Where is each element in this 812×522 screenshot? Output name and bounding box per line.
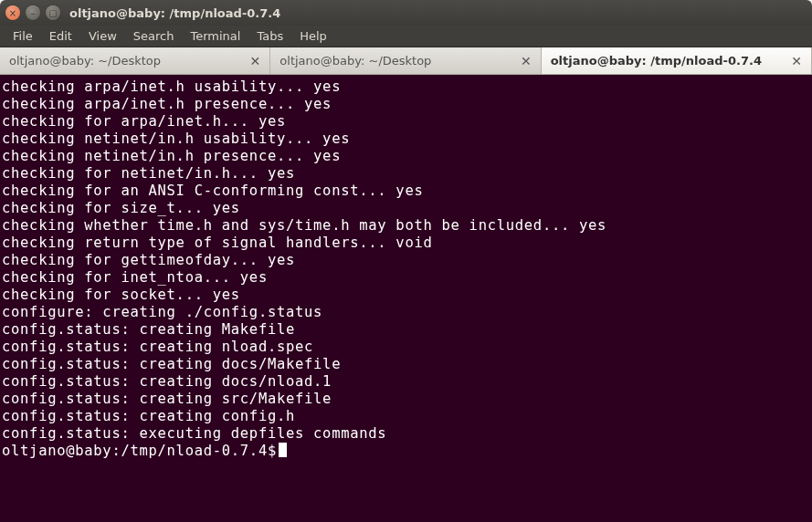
tab-label: oltjano@baby: ~/Desktop — [9, 54, 161, 68]
tab-close-icon[interactable]: ✕ — [519, 54, 533, 68]
menu-file[interactable]: File — [5, 27, 40, 45]
terminal-prompt-line: oltjano@baby:/tmp/nload-0.7.4$ — [2, 443, 810, 460]
terminal-line: config.status: creating Makefile — [2, 321, 810, 339]
tab-label: oltjano@baby: /tmp/nload-0.7.4 — [551, 54, 762, 68]
terminal-prompt: oltjano@baby:/tmp/nload-0.7.4$ — [2, 443, 277, 459]
terminal-line: checking arpa/inet.h usability... yes — [2, 78, 810, 96]
menu-edit[interactable]: Edit — [42, 27, 79, 45]
maximize-icon: ▢ — [48, 8, 57, 18]
close-button[interactable]: × — [5, 5, 20, 20]
terminal-line: config.status: creating src/Makefile — [2, 391, 810, 408]
terminal-tab-3[interactable]: oltjano@baby: /tmp/nload-0.7.4 ✕ — [542, 47, 812, 74]
minimize-icon: – — [31, 8, 36, 18]
terminal-tab-2[interactable]: oltjano@baby: ~/Desktop ✕ — [270, 47, 541, 74]
tab-close-icon[interactable]: ✕ — [248, 54, 263, 68]
terminal-line: checking for size_t... yes — [2, 200, 810, 217]
terminal-line: checking whether time.h and sys/time.h m… — [2, 217, 810, 235]
terminal-line: configure: creating ./config.status — [2, 304, 810, 321]
tab-label: oltjano@baby: ~/Desktop — [279, 54, 431, 68]
menu-view[interactable]: View — [81, 27, 124, 45]
minimize-button[interactable]: – — [26, 5, 40, 20]
menu-tabs[interactable]: Tabs — [249, 27, 290, 45]
tab-bar: oltjano@baby: ~/Desktop ✕ oltjano@baby: … — [0, 47, 812, 75]
terminal-line: checking arpa/inet.h presence... yes — [2, 96, 810, 113]
terminal-line: config.status: creating config.h — [2, 408, 810, 425]
terminal-line: checking for arpa/inet.h... yes — [2, 113, 810, 130]
close-icon: × — [9, 8, 16, 18]
terminal-line: config.status: creating docs/nload.1 — [2, 373, 810, 391]
terminal-line: config.status: creating docs/Makefile — [2, 356, 810, 373]
menu-bar: File Edit View Search Terminal Tabs Help — [0, 26, 812, 47]
terminal-line: checking netinet/in.h presence... yes — [2, 148, 810, 165]
terminal-line: checking for inet_ntoa... yes — [2, 269, 810, 287]
window-title: oltjano@baby: /tmp/nload-0.7.4 — [69, 6, 280, 20]
terminal-line: checking netinet/in.h usability... yes — [2, 130, 810, 148]
menu-help[interactable]: Help — [292, 27, 334, 45]
maximize-button[interactable]: ▢ — [46, 5, 60, 20]
terminal-line: checking for socket... yes — [2, 287, 810, 304]
tab-close-icon[interactable]: ✕ — [789, 54, 804, 68]
terminal-line: checking for gettimeofday... yes — [2, 252, 810, 269]
terminal-line: config.status: executing depfiles comman… — [2, 425, 810, 443]
window-titlebar: × – ▢ oltjano@baby: /tmp/nload-0.7.4 — [0, 0, 812, 26]
terminal-tab-1[interactable]: oltjano@baby: ~/Desktop ✕ — [0, 47, 270, 74]
terminal-line: config.status: creating nload.spec — [2, 339, 810, 356]
terminal-line: checking return type of signal handlers.… — [2, 235, 810, 252]
terminal-cursor — [279, 443, 287, 457]
terminal-line: checking for an ANSI C-conforming const.… — [2, 183, 810, 200]
terminal-output-area[interactable]: checking arpa/inet.h usability... yes ch… — [0, 75, 812, 522]
window-buttons: × – ▢ — [5, 5, 60, 20]
terminal-line: checking for netinet/in.h... yes — [2, 165, 810, 183]
menu-terminal[interactable]: Terminal — [183, 27, 248, 45]
menu-search[interactable]: Search — [126, 27, 182, 45]
